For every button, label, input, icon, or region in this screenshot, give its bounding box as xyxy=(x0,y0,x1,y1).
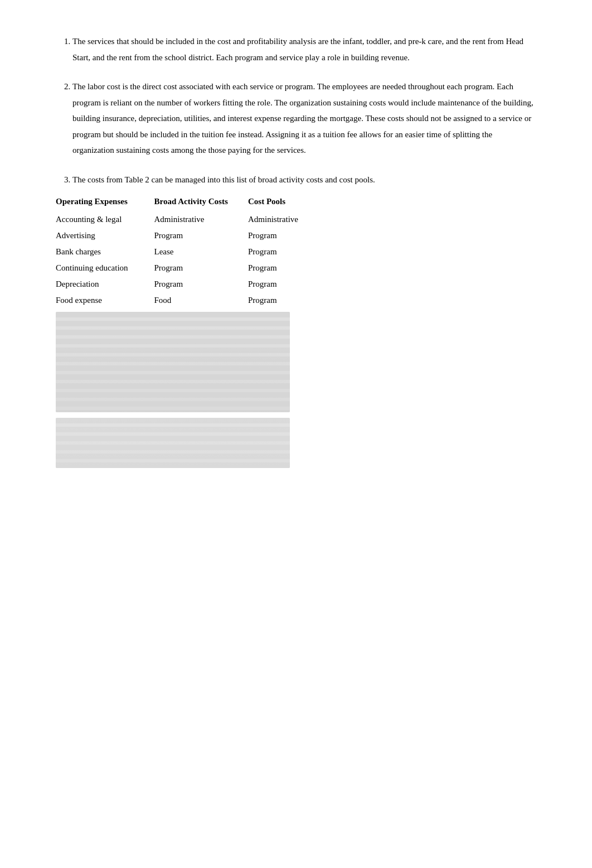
table-row: DepreciationProgramProgram xyxy=(56,276,323,292)
col-header-broad: Broad Activity Costs xyxy=(154,193,248,211)
table-cell-5-1: Food xyxy=(154,292,248,308)
list-item-2: The labor cost is the direct cost associ… xyxy=(72,79,535,158)
table-cell-2-1: Lease xyxy=(154,244,248,260)
expense-table: Operating Expenses Broad Activity Costs … xyxy=(56,193,323,308)
blurred-data-block-2 xyxy=(56,418,290,468)
table-cell-3-1: Program xyxy=(154,260,248,276)
table-cell-0-1: Administrative xyxy=(154,211,248,228)
list-item-3: The costs from Table 2 can be managed in… xyxy=(72,172,535,469)
table-row: Bank chargesLeaseProgram xyxy=(56,244,323,260)
table-cell-4-1: Program xyxy=(154,276,248,292)
list-item-3-text: The costs from Table 2 can be managed in… xyxy=(72,175,375,184)
table-cell-5-2: Program xyxy=(248,292,323,308)
table-row: Food expenseFoodProgram xyxy=(56,292,323,308)
table-cell-3-0: Continuing education xyxy=(56,260,154,276)
table-cell-0-2: Administrative xyxy=(248,211,323,228)
table-cell-1-2: Program xyxy=(248,228,323,244)
list-item-1-text: The services that should be included in … xyxy=(72,37,523,62)
table-cell-4-0: Depreciation xyxy=(56,276,154,292)
table-section: Operating Expenses Broad Activity Costs … xyxy=(56,193,535,468)
page-content: The services that should be included in … xyxy=(56,33,535,468)
table-cell-2-2: Program xyxy=(248,244,323,260)
numbered-list: The services that should be included in … xyxy=(56,33,535,468)
table-row: AdvertisingProgramProgram xyxy=(56,228,323,244)
table-row: Continuing educationProgramProgram xyxy=(56,260,323,276)
table-cell-4-2: Program xyxy=(248,276,323,292)
table-header-row: Operating Expenses Broad Activity Costs … xyxy=(56,193,323,211)
table-cell-2-0: Bank charges xyxy=(56,244,154,260)
list-item-1: The services that should be included in … xyxy=(72,33,535,65)
col-header-cost-pools: Cost Pools xyxy=(248,193,323,211)
table-cell-5-0: Food expense xyxy=(56,292,154,308)
table-row: Accounting & legalAdministrativeAdminist… xyxy=(56,211,323,228)
col-header-operating: Operating Expenses xyxy=(56,193,154,211)
blurred-data-block-1 xyxy=(56,312,290,412)
table-cell-0-0: Accounting & legal xyxy=(56,211,154,228)
table-cell-1-1: Program xyxy=(154,228,248,244)
table-cell-1-0: Advertising xyxy=(56,228,154,244)
list-item-2-text: The labor cost is the direct cost associ… xyxy=(72,82,533,155)
table-cell-3-2: Program xyxy=(248,260,323,276)
